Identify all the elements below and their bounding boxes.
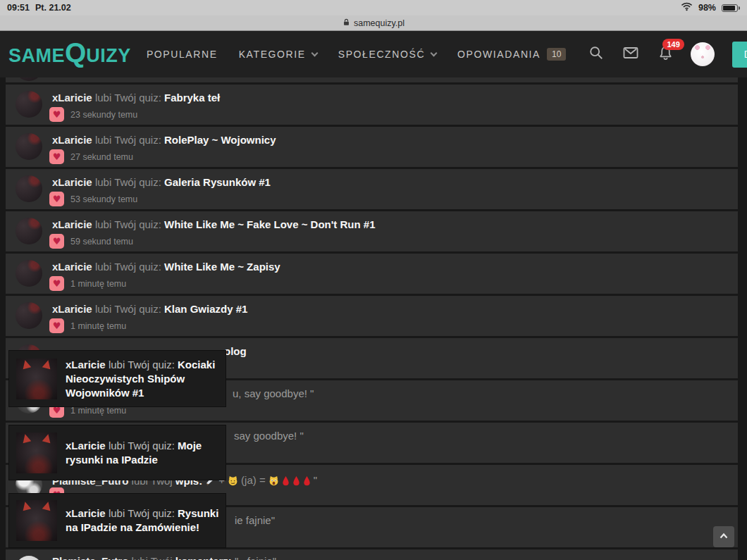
toast-notification[interactable]: xLaricie lubi Twój quiz: Rysunki na IPad… [8,493,226,548]
lock-icon [342,18,350,29]
search-icon [588,45,604,63]
quiz-title: White Like Me ~ Fake Love ~ Don't Run #1 [164,218,375,230]
blood-drop-emoji [282,475,290,486]
nav-item-opowiadania[interactable]: OPOWIADANIA 10 [457,48,566,61]
scroll-to-top-button[interactable] [713,526,734,547]
avatar[interactable] [16,260,42,287]
notification-row[interactable]: xLaricie lubi Twój quiz: White Like Me ~… [6,254,738,294]
nav-item-popularne[interactable]: POPULARNE [147,49,218,60]
notification-row[interactable]: xLaricie lubi Twój quiz: Galeria Rysunkó… [6,169,738,209]
blood-drop-emoji [292,475,300,486]
username: xLaricie [52,134,92,146]
timestamp: 1 minutę temu [70,321,126,331]
add-button[interactable]: DODAJ [732,42,747,68]
url-bar[interactable]: samequizy.pl [0,15,747,31]
site-logo[interactable]: sameQuizy [8,42,131,67]
chevron-down-icon [311,49,318,56]
notification-row-partial[interactable] [6,77,738,82]
avatar[interactable] [16,218,42,244]
username: xLaricie [52,92,92,104]
weary-cat-emoji [268,475,279,486]
timestamp: 23 sekundy temu [70,110,137,120]
notification-row[interactable]: xLaricie lubi Twój quiz: White Like Me ~… [6,211,738,251]
notification-list: xLaricie lubi Twój quiz: Fabryka teł ♥23… [6,77,738,560]
avatar[interactable] [16,556,42,560]
notifications-button[interactable]: 149 [656,45,674,63]
user-avatar[interactable] [691,42,715,66]
nav-item-spolecznosc[interactable]: SPOŁECZNOŚĆ [338,49,436,60]
heart-icon: ♥ [49,107,64,122]
toast-avatar [16,500,57,541]
avatar [16,77,42,81]
notification-row[interactable]: xLaricie lubi Twój quiz: RolePlay ~ Wojo… [6,127,738,167]
quiz-title: Fabryka teł [164,92,220,104]
toast-avatar [16,433,57,473]
heart-icon: ♥ [49,318,64,333]
notification-row[interactable]: xLaricie lubi Twój quiz: Fabryka teł ♥23… [6,85,738,125]
timestamp: 1 minutę temu [70,279,126,289]
toast-notification[interactable]: xLaricie lubi Twój quiz: Kociaki Nieoczy… [8,350,226,407]
avatar[interactable] [16,91,42,118]
notification-row[interactable]: xLaricie lubi Twój quiz: Klan Gwiazdy #1… [6,296,738,336]
heart-icon: ♥ [49,149,64,164]
username: xLaricie [52,176,92,188]
battery-icon [722,4,738,12]
username: xLaricie [66,507,106,519]
screen: 09:51 Pt. 21.02 98% samequizy.pl sameQui… [0,0,747,560]
quiz-title: RolePlay ~ Wojownicy [164,134,276,146]
avatar[interactable] [16,175,42,202]
timestamp: 53 sekundy temu [70,194,137,204]
clock: 09:51 [7,3,30,13]
quiz-title-fragment: olog [224,344,247,359]
chevron-up-icon [718,530,729,544]
notifications-count-badge: 149 [662,39,684,50]
timestamp: 59 sekund temu [70,237,133,247]
search-button[interactable] [587,45,605,63]
battery-nub [739,6,740,10]
status-bar: 09:51 Pt. 21.02 98% [0,0,747,15]
opowiadania-count-badge: 10 [547,48,566,61]
nav-item-kategorie[interactable]: KATEGORIE [239,49,317,60]
date: Pt. 21.02 [35,3,71,13]
comment-fragment: u, say goodbye! " [233,387,314,401]
chevron-down-icon [431,49,438,56]
envelope-icon [622,44,639,64]
messages-button[interactable] [622,45,640,63]
comment-fragment: say goodbye! " [234,429,304,443]
blood-drop-emoji [303,475,311,486]
quiz-title: White Like Me ~ Zapisy [164,261,280,273]
avatar[interactable] [16,302,42,329]
username: Plamiste_Futro [52,555,128,560]
username: xLaricie [66,440,106,452]
heart-icon: ♥ [49,234,64,249]
username: xLaricie [52,218,92,230]
smirk-cat-emoji [228,475,238,486]
notification-row[interactable]: Plamiste_Futro lubi Twój komentarz: "...… [6,549,738,560]
username: xLaricie [52,303,92,315]
quiz-title: Galeria Rysunków #1 [164,176,271,188]
url-text: samequizy.pl [354,18,405,28]
toast-avatar [16,359,57,399]
navbar: sameQuizy POPULARNE KATEGORIE SPOŁECZNOŚ… [0,31,747,77]
comment-fragment: ie fajnie" [235,514,275,528]
quiz-title: Klan Gwiazdy #1 [164,303,247,315]
timestamp: 27 sekund temu [70,152,133,162]
battery-percent: 98% [698,3,716,13]
username: xLaricie [52,261,92,273]
avatar[interactable] [16,133,42,160]
heart-icon: ♥ [49,276,64,291]
toast-notification[interactable]: xLaricie lubi Twój quiz: Moje rysunki na… [8,425,226,480]
username: xLaricie [66,359,106,371]
wifi-icon [681,2,693,13]
heart-icon: ♥ [49,192,64,206]
